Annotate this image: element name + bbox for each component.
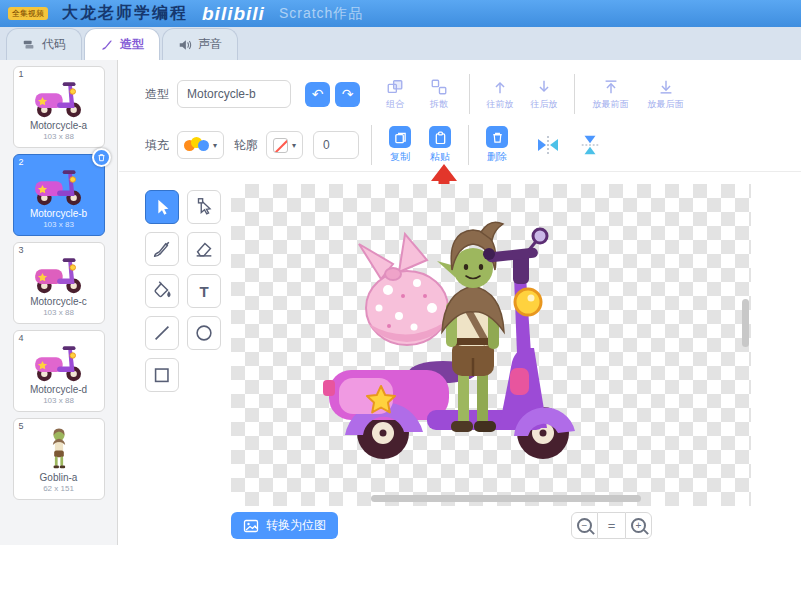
chevron-down-icon: ▾ (292, 141, 296, 150)
costume-name: Motorcycle-a (30, 120, 87, 132)
undo-button[interactable]: ↶ (305, 82, 330, 107)
layer-front-label: 放最前面 (593, 98, 629, 111)
layer-back-label: 放最后面 (648, 98, 684, 111)
flip-vertical-button[interactable] (579, 134, 601, 156)
toolbar-separator (468, 125, 469, 165)
canvas-vertical-scrollbar[interactable] (742, 299, 749, 347)
costume-size: 62 x 151 (43, 484, 74, 494)
convert-to-bitmap-label: 转换为位图 (266, 517, 326, 534)
outline-color-swatch[interactable]: ▾ (266, 131, 303, 159)
eraser-icon (193, 238, 215, 260)
bitmap-icon (243, 519, 259, 533)
format-toolbar: 填充 ▾ 轮廓 ▾ 复制 粘贴 (145, 122, 601, 168)
fill-color-swatch[interactable]: ▾ (177, 131, 224, 159)
copy-icon (389, 126, 411, 148)
flip-vertical-icon (579, 134, 601, 156)
toolbar-separator (371, 125, 372, 165)
tool-palette: T (145, 190, 221, 392)
fill-label: 填充 (145, 137, 169, 154)
tab-code[interactable]: 代码 (6, 28, 82, 60)
layer-forward-button[interactable]: 往前放 (478, 78, 522, 111)
costume-item-motorcycle-b[interactable]: 2 Motorcycle-b 103 x 83 (13, 154, 105, 236)
group-label: 组合 (386, 98, 404, 111)
chevron-down-icon: ▾ (213, 141, 217, 150)
rectangle-icon (151, 364, 173, 386)
paint-canvas[interactable] (231, 184, 751, 506)
rectangle-tool[interactable] (145, 358, 179, 392)
ungroup-button[interactable]: 拆散 (417, 78, 461, 111)
layer-forward-label: 往前放 (487, 98, 514, 111)
toolbar-separator (469, 74, 470, 114)
line-tool[interactable] (145, 316, 179, 350)
paint-toolbars: 造型 ↶ ↷ 组合 拆散 (119, 60, 801, 172)
zoom-reset-icon: = (608, 518, 616, 533)
costume-thumbnail (29, 75, 89, 119)
paint-bucket-icon (151, 280, 173, 302)
costume-list: 1 Motorcycle-a 103 x 88 2 Motorcycle-b 1… (0, 60, 118, 545)
flip-horizontal-button[interactable] (535, 135, 561, 155)
scratch-paint-window: 全集视频 大龙老师学编程 bilibili Scratch作品 代码 造型 声音 (0, 0, 801, 589)
delete-costume-button[interactable] (92, 148, 111, 167)
tab-sounds[interactable]: 声音 (162, 28, 238, 60)
video-title: 大龙老师学编程 (62, 3, 188, 24)
layer-backward-icon (535, 78, 553, 96)
convert-to-bitmap-button[interactable]: 转换为位图 (231, 512, 338, 539)
ungroup-label: 拆散 (430, 98, 448, 111)
costume-name-input[interactable] (177, 80, 291, 108)
tab-code-label: 代码 (42, 36, 66, 53)
editor-tab-bar: 代码 造型 声音 (0, 27, 801, 60)
zoom-out-icon: − (577, 518, 592, 533)
layer-back-button[interactable]: 放最后面 (638, 78, 693, 111)
group-button[interactable]: 组合 (373, 78, 417, 111)
brush-tool[interactable] (145, 232, 179, 266)
layer-forward-icon (491, 78, 509, 96)
layer-backward-label: 往后放 (531, 98, 558, 111)
trash-icon (486, 126, 508, 148)
sack (359, 234, 448, 345)
group-icon (386, 78, 404, 96)
canvas-horizontal-scrollbar[interactable] (371, 495, 641, 502)
costume-name: Motorcycle-c (30, 296, 87, 308)
canvas-artwork[interactable] (231, 184, 751, 506)
costume-item-goblin-a[interactable]: 5 Goblin-a 62 x 151 (13, 418, 105, 500)
zoom-in-button[interactable]: + (625, 512, 652, 539)
stroke-width-input[interactable] (313, 131, 359, 159)
video-header: 全集视频 大龙老师学编程 bilibili Scratch作品 (0, 0, 801, 27)
layer-front-button[interactable]: 放最前面 (583, 78, 638, 111)
zoom-out-button[interactable]: − (571, 512, 598, 539)
tab-costumes-label: 造型 (120, 36, 144, 53)
copy-label: 复制 (390, 150, 410, 164)
costume-item-motorcycle-a[interactable]: 1 Motorcycle-a 103 x 88 (13, 66, 105, 148)
select-cursor-icon (151, 196, 173, 218)
copy-button[interactable]: 复制 (380, 126, 420, 164)
layer-back-icon (657, 78, 675, 96)
costume-name: Motorcycle-b (30, 208, 87, 220)
reshape-tool[interactable] (187, 190, 221, 224)
costume-thumbnail (29, 339, 89, 383)
paste-icon (429, 126, 451, 148)
redo-button[interactable]: ↷ (335, 82, 360, 107)
tab-costumes[interactable]: 造型 (84, 28, 160, 60)
eraser-tool[interactable] (187, 232, 221, 266)
costume-name: Goblin-a (40, 472, 78, 484)
layer-backward-button[interactable]: 往后放 (522, 78, 566, 111)
delete-button[interactable]: 删除 (477, 126, 517, 164)
costume-size: 103 x 88 (43, 132, 74, 142)
text-tool[interactable]: T (187, 274, 221, 308)
select-tool[interactable] (145, 190, 179, 224)
costume-size: 103 x 88 (43, 308, 74, 318)
zoom-reset-button[interactable]: = (598, 512, 625, 539)
costume-index: 4 (19, 333, 24, 343)
costume-index: 3 (19, 245, 24, 255)
costume-index: 5 (19, 421, 24, 431)
paste-button[interactable]: 粘贴 (420, 126, 460, 164)
circle-tool[interactable] (187, 316, 221, 350)
undo-icon: ↶ (312, 87, 324, 101)
brush-icon (151, 238, 173, 260)
costume-index: 1 (19, 69, 24, 79)
costume-item-motorcycle-c[interactable]: 3 Motorcycle-c 103 x 88 (13, 242, 105, 324)
fill-tool[interactable] (145, 274, 179, 308)
bilibili-logo: bilibili (202, 3, 265, 25)
zoom-controls: − = + (571, 512, 652, 539)
costume-item-motorcycle-d[interactable]: 4 Motorcycle-d 103 x 88 (13, 330, 105, 412)
